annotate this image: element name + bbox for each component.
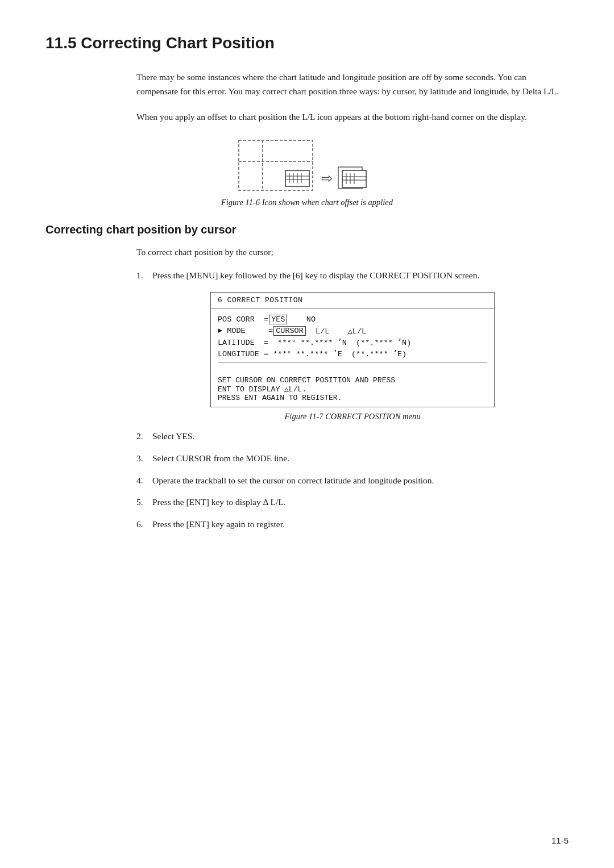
- list-item-4: 4. Operate the trackball to set the curs…: [136, 474, 569, 488]
- body-text: To correct chart position by the cursor;: [136, 245, 569, 260]
- numbered-list-continued: 2. Select YES. 3. Select CURSOR from the…: [136, 429, 569, 532]
- screen-body: POS CORR = YES NO ► MODE = CURSOR L/L △L…: [211, 308, 494, 372]
- figure-6-diagram: ⇨: [233, 137, 381, 194]
- section-heading: Correcting chart position by cursor: [45, 223, 569, 236]
- figure-7-caption: Figure 11-7 CORRECT POSITION menu: [136, 412, 569, 422]
- step-number: 6.: [136, 518, 152, 532]
- screen-row-pos-corr: POS CORR = YES NO: [218, 315, 487, 324]
- yes-boxed: YES: [269, 315, 287, 324]
- step-content: Press the [MENU] key followed by the [6]…: [152, 269, 569, 283]
- chapter-title: 11.5 Correcting Chart Position: [45, 34, 569, 52]
- numbered-list: 1. Press the [MENU] key followed by the …: [136, 269, 569, 283]
- step-content-6: Press the [ENT] key again to register.: [152, 518, 569, 532]
- step-number: 3.: [136, 452, 152, 466]
- list-item-2: 2. Select YES.: [136, 429, 569, 444]
- step-content-4: Operate the trackball to set the cursor …: [152, 474, 569, 488]
- screen-box: 6 CORRECT POSITION POS CORR = YES NO ► M…: [210, 292, 495, 407]
- step-number: 2.: [136, 429, 152, 444]
- page-content: 11.5 Correcting Chart Position There may…: [0, 0, 614, 585]
- screen-row-longitude: LONGITUDE = ***° **.**** ʼE (**.**** ʼE): [218, 349, 487, 358]
- list-item-6: 6. Press the [ENT] key again to register…: [136, 518, 569, 532]
- intro-paragraph-1: There may be some instances where the ch…: [136, 70, 569, 99]
- screen-row-latitude: LATITUDE = ***° **.**** ʼN (**.**** ʼN): [218, 337, 487, 347]
- step-number: 5.: [136, 495, 152, 510]
- screen-divider: [218, 362, 487, 362]
- screen-row-mode: ► MODE = CURSOR L/L △L/L: [218, 326, 487, 336]
- step-content-2: Select YES.: [152, 429, 569, 444]
- list-item: 1. Press the [MENU] key followed by the …: [136, 269, 569, 283]
- step-content-3: Select CURSOR from the MODE line.: [152, 452, 569, 466]
- figure-6-container: ⇨ Figure 11-6 Icon shown when chart offs…: [45, 137, 569, 207]
- intro-paragraph-2: When you apply an offset to chart positi…: [136, 110, 569, 124]
- cursor-boxed: CURSOR: [273, 326, 306, 336]
- page-number: 11-5: [551, 836, 569, 845]
- list-item-3: 3. Select CURSOR from the MODE line.: [136, 452, 569, 466]
- figure-6-caption: Figure 11-6 Icon shown when chart offset…: [221, 198, 393, 207]
- svg-text:⇨: ⇨: [321, 171, 333, 186]
- step-number: 4.: [136, 474, 152, 488]
- step-number: 1.: [136, 269, 152, 283]
- screen-footer: SET CURSOR ON CORRECT POSITION AND PRESS…: [211, 372, 494, 407]
- screen-header: 6 CORRECT POSITION: [211, 293, 494, 308]
- step-content-5: Press the [ENT] key to display Δ L/L.: [152, 495, 569, 510]
- list-item-5: 5. Press the [ENT] key to display Δ L/L.: [136, 495, 569, 510]
